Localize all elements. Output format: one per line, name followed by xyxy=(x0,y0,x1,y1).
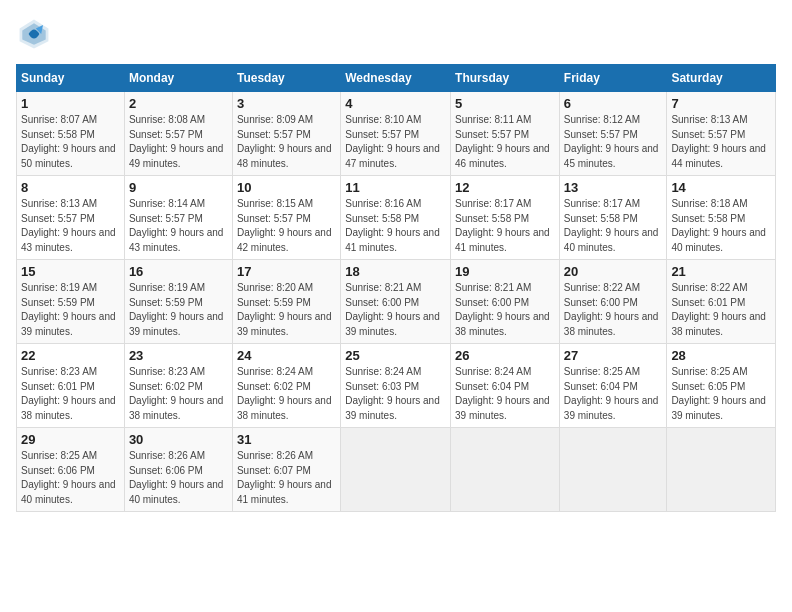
calendar-cell: 22Sunrise: 8:23 AM Sunset: 6:01 PM Dayli… xyxy=(17,344,125,428)
calendar-cell: 6Sunrise: 8:12 AM Sunset: 5:57 PM Daylig… xyxy=(559,92,667,176)
calendar-cell: 9Sunrise: 8:14 AM Sunset: 5:57 PM Daylig… xyxy=(124,176,232,260)
calendar-cell: 18Sunrise: 8:21 AM Sunset: 6:00 PM Dayli… xyxy=(341,260,451,344)
calendar-cell: 10Sunrise: 8:15 AM Sunset: 5:57 PM Dayli… xyxy=(232,176,340,260)
day-number: 30 xyxy=(129,432,228,447)
calendar-cell: 7Sunrise: 8:13 AM Sunset: 5:57 PM Daylig… xyxy=(667,92,776,176)
calendar-cell: 23Sunrise: 8:23 AM Sunset: 6:02 PM Dayli… xyxy=(124,344,232,428)
day-info: Sunrise: 8:24 AM Sunset: 6:04 PM Dayligh… xyxy=(455,365,555,423)
day-info: Sunrise: 8:26 AM Sunset: 6:06 PM Dayligh… xyxy=(129,449,228,507)
calendar-header-row: SundayMondayTuesdayWednesdayThursdayFrid… xyxy=(17,65,776,92)
day-info: Sunrise: 8:17 AM Sunset: 5:58 PM Dayligh… xyxy=(455,197,555,255)
day-number: 20 xyxy=(564,264,663,279)
day-number: 21 xyxy=(671,264,771,279)
calendar-cell: 4Sunrise: 8:10 AM Sunset: 5:57 PM Daylig… xyxy=(341,92,451,176)
day-number: 12 xyxy=(455,180,555,195)
day-info: Sunrise: 8:22 AM Sunset: 6:00 PM Dayligh… xyxy=(564,281,663,339)
day-number: 25 xyxy=(345,348,446,363)
calendar-cell: 5Sunrise: 8:11 AM Sunset: 5:57 PM Daylig… xyxy=(451,92,560,176)
day-info: Sunrise: 8:21 AM Sunset: 6:00 PM Dayligh… xyxy=(455,281,555,339)
calendar-body: 1Sunrise: 8:07 AM Sunset: 5:58 PM Daylig… xyxy=(17,92,776,512)
calendar-cell: 28Sunrise: 8:25 AM Sunset: 6:05 PM Dayli… xyxy=(667,344,776,428)
calendar-cell: 2Sunrise: 8:08 AM Sunset: 5:57 PM Daylig… xyxy=(124,92,232,176)
calendar-cell: 1Sunrise: 8:07 AM Sunset: 5:58 PM Daylig… xyxy=(17,92,125,176)
day-info: Sunrise: 8:22 AM Sunset: 6:01 PM Dayligh… xyxy=(671,281,771,339)
day-number: 23 xyxy=(129,348,228,363)
day-number: 16 xyxy=(129,264,228,279)
calendar-cell: 19Sunrise: 8:21 AM Sunset: 6:00 PM Dayli… xyxy=(451,260,560,344)
day-number: 4 xyxy=(345,96,446,111)
day-info: Sunrise: 8:12 AM Sunset: 5:57 PM Dayligh… xyxy=(564,113,663,171)
day-number: 5 xyxy=(455,96,555,111)
day-info: Sunrise: 8:10 AM Sunset: 5:57 PM Dayligh… xyxy=(345,113,446,171)
day-number: 2 xyxy=(129,96,228,111)
header-cell-sunday: Sunday xyxy=(17,65,125,92)
day-number: 15 xyxy=(21,264,120,279)
day-number: 28 xyxy=(671,348,771,363)
calendar-week-5: 29Sunrise: 8:25 AM Sunset: 6:06 PM Dayli… xyxy=(17,428,776,512)
header-cell-friday: Friday xyxy=(559,65,667,92)
day-number: 10 xyxy=(237,180,336,195)
calendar-cell: 3Sunrise: 8:09 AM Sunset: 5:57 PM Daylig… xyxy=(232,92,340,176)
day-info: Sunrise: 8:19 AM Sunset: 5:59 PM Dayligh… xyxy=(21,281,120,339)
day-number: 8 xyxy=(21,180,120,195)
calendar-cell: 27Sunrise: 8:25 AM Sunset: 6:04 PM Dayli… xyxy=(559,344,667,428)
day-number: 7 xyxy=(671,96,771,111)
calendar-cell: 8Sunrise: 8:13 AM Sunset: 5:57 PM Daylig… xyxy=(17,176,125,260)
day-info: Sunrise: 8:25 AM Sunset: 6:06 PM Dayligh… xyxy=(21,449,120,507)
calendar-cell: 24Sunrise: 8:24 AM Sunset: 6:02 PM Dayli… xyxy=(232,344,340,428)
header-cell-tuesday: Tuesday xyxy=(232,65,340,92)
day-info: Sunrise: 8:19 AM Sunset: 5:59 PM Dayligh… xyxy=(129,281,228,339)
day-info: Sunrise: 8:08 AM Sunset: 5:57 PM Dayligh… xyxy=(129,113,228,171)
day-info: Sunrise: 8:24 AM Sunset: 6:03 PM Dayligh… xyxy=(345,365,446,423)
calendar-week-2: 8Sunrise: 8:13 AM Sunset: 5:57 PM Daylig… xyxy=(17,176,776,260)
calendar-cell: 11Sunrise: 8:16 AM Sunset: 5:58 PM Dayli… xyxy=(341,176,451,260)
day-info: Sunrise: 8:11 AM Sunset: 5:57 PM Dayligh… xyxy=(455,113,555,171)
calendar-cell: 25Sunrise: 8:24 AM Sunset: 6:03 PM Dayli… xyxy=(341,344,451,428)
day-info: Sunrise: 8:07 AM Sunset: 5:58 PM Dayligh… xyxy=(21,113,120,171)
calendar-week-4: 22Sunrise: 8:23 AM Sunset: 6:01 PM Dayli… xyxy=(17,344,776,428)
day-info: Sunrise: 8:26 AM Sunset: 6:07 PM Dayligh… xyxy=(237,449,336,507)
header-cell-thursday: Thursday xyxy=(451,65,560,92)
day-number: 1 xyxy=(21,96,120,111)
calendar-cell: 30Sunrise: 8:26 AM Sunset: 6:06 PM Dayli… xyxy=(124,428,232,512)
day-info: Sunrise: 8:23 AM Sunset: 6:02 PM Dayligh… xyxy=(129,365,228,423)
day-number: 22 xyxy=(21,348,120,363)
day-number: 14 xyxy=(671,180,771,195)
calendar-week-1: 1Sunrise: 8:07 AM Sunset: 5:58 PM Daylig… xyxy=(17,92,776,176)
calendar-cell: 20Sunrise: 8:22 AM Sunset: 6:00 PM Dayli… xyxy=(559,260,667,344)
calendar-cell xyxy=(341,428,451,512)
calendar-week-3: 15Sunrise: 8:19 AM Sunset: 5:59 PM Dayli… xyxy=(17,260,776,344)
day-info: Sunrise: 8:15 AM Sunset: 5:57 PM Dayligh… xyxy=(237,197,336,255)
day-number: 29 xyxy=(21,432,120,447)
day-number: 3 xyxy=(237,96,336,111)
calendar-cell: 21Sunrise: 8:22 AM Sunset: 6:01 PM Dayli… xyxy=(667,260,776,344)
day-number: 24 xyxy=(237,348,336,363)
calendar-cell: 29Sunrise: 8:25 AM Sunset: 6:06 PM Dayli… xyxy=(17,428,125,512)
header-cell-wednesday: Wednesday xyxy=(341,65,451,92)
header-cell-monday: Monday xyxy=(124,65,232,92)
calendar-table: SundayMondayTuesdayWednesdayThursdayFrid… xyxy=(16,64,776,512)
calendar-cell xyxy=(559,428,667,512)
logo xyxy=(16,16,58,52)
day-number: 9 xyxy=(129,180,228,195)
calendar-cell: 31Sunrise: 8:26 AM Sunset: 6:07 PM Dayli… xyxy=(232,428,340,512)
day-number: 26 xyxy=(455,348,555,363)
day-info: Sunrise: 8:25 AM Sunset: 6:04 PM Dayligh… xyxy=(564,365,663,423)
calendar-cell: 13Sunrise: 8:17 AM Sunset: 5:58 PM Dayli… xyxy=(559,176,667,260)
day-info: Sunrise: 8:20 AM Sunset: 5:59 PM Dayligh… xyxy=(237,281,336,339)
day-number: 27 xyxy=(564,348,663,363)
calendar-cell: 14Sunrise: 8:18 AM Sunset: 5:58 PM Dayli… xyxy=(667,176,776,260)
header-cell-saturday: Saturday xyxy=(667,65,776,92)
day-info: Sunrise: 8:13 AM Sunset: 5:57 PM Dayligh… xyxy=(671,113,771,171)
calendar-cell: 12Sunrise: 8:17 AM Sunset: 5:58 PM Dayli… xyxy=(451,176,560,260)
day-info: Sunrise: 8:25 AM Sunset: 6:05 PM Dayligh… xyxy=(671,365,771,423)
day-info: Sunrise: 8:23 AM Sunset: 6:01 PM Dayligh… xyxy=(21,365,120,423)
day-info: Sunrise: 8:16 AM Sunset: 5:58 PM Dayligh… xyxy=(345,197,446,255)
calendar-cell: 16Sunrise: 8:19 AM Sunset: 5:59 PM Dayli… xyxy=(124,260,232,344)
day-info: Sunrise: 8:24 AM Sunset: 6:02 PM Dayligh… xyxy=(237,365,336,423)
day-number: 17 xyxy=(237,264,336,279)
day-number: 19 xyxy=(455,264,555,279)
calendar-cell: 15Sunrise: 8:19 AM Sunset: 5:59 PM Dayli… xyxy=(17,260,125,344)
calendar-cell: 17Sunrise: 8:20 AM Sunset: 5:59 PM Dayli… xyxy=(232,260,340,344)
day-info: Sunrise: 8:14 AM Sunset: 5:57 PM Dayligh… xyxy=(129,197,228,255)
